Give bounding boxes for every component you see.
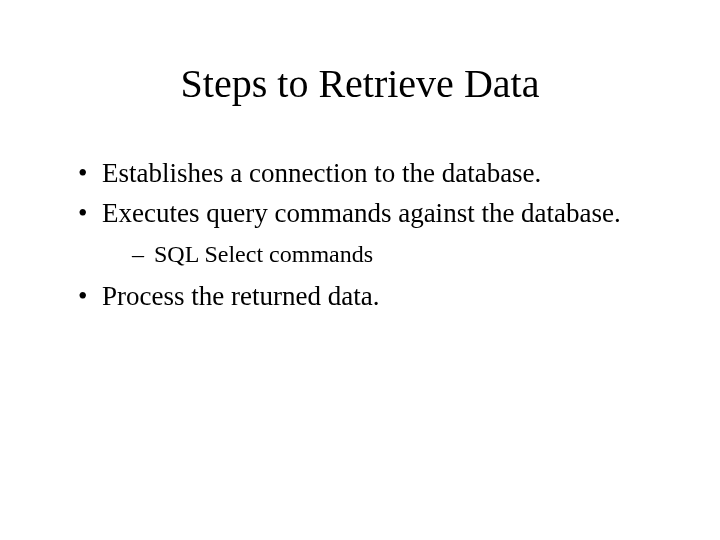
bullet-item: Establishes a connection to the database…	[78, 155, 660, 191]
bullet-text: Establishes a connection to the database…	[102, 158, 541, 188]
bullet-item: Executes query commands against the data…	[78, 195, 660, 270]
sub-bullet-item: SQL Select commands	[132, 238, 660, 270]
sub-bullet-text: SQL Select commands	[154, 241, 373, 267]
slide: Steps to Retrieve Data Establishes a con…	[0, 0, 720, 540]
bullet-text: Process the returned data.	[102, 281, 379, 311]
bullet-text: Executes query commands against the data…	[102, 198, 621, 228]
bullet-item: Process the returned data.	[78, 278, 660, 314]
bullet-list: Establishes a connection to the database…	[60, 155, 660, 315]
slide-title: Steps to Retrieve Data	[60, 60, 660, 107]
sub-bullet-list: SQL Select commands	[102, 238, 660, 270]
